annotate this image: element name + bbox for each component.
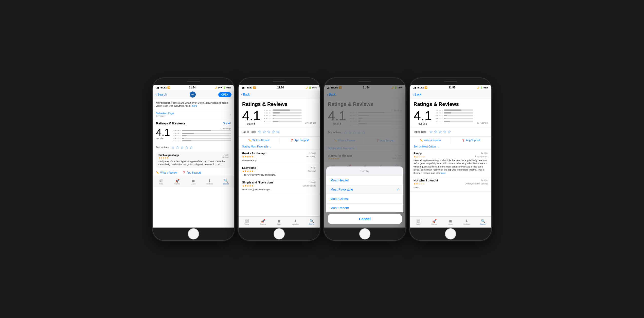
tab-apps-2[interactable]: ◼ Apps [271, 219, 287, 225]
star-4-2[interactable]: ☆ [272, 129, 275, 134]
star-2-2[interactable]: ☆ [262, 129, 266, 134]
review-item-2-2: Simple and Nicely done 1y ago ★★★★★ Soha… [239, 179, 320, 194]
phone-top-bar-1 [153, 78, 234, 85]
tab-search-2[interactable]: 🔍 Search [303, 219, 320, 225]
tab-search-1[interactable]: 🔍 Search [218, 179, 234, 185]
status-bar-2: TELE2 📶 21:54 🌙 🔋 96% [239, 85, 320, 90]
tab-games-2[interactable]: 🚀 Games [255, 219, 271, 225]
home-button-4[interactable] [445, 228, 456, 239]
support-icon-2: ❓ [290, 139, 293, 142]
tap-label-1: Tap to Rate: [156, 146, 170, 149]
sort-most-recent-3[interactable]: Most Recent [326, 203, 403, 212]
sort-label-4: Sort by Most Critical [414, 145, 436, 148]
write-icon-1: ✏️ [156, 171, 159, 174]
see-all-btn-1[interactable]: See All [223, 122, 231, 125]
phone-screen-2: TELE2 📶 21:54 🌙 🔋 96% ‹ Back Ratings & R… [239, 85, 320, 228]
back-btn-2[interactable]: ‹ Back [241, 92, 250, 97]
sort-helpful-label-3: Most Helpful [330, 178, 349, 182]
sort-modal-3[interactable]: Sort by Most Helpful Most Favorable ✓ Mo… [324, 85, 405, 228]
tab-games-1[interactable]: 🚀 Games [169, 179, 185, 185]
location-icon-1: ◎ [218, 86, 220, 89]
sort-btn-2[interactable]: Sort by Most Favorable ⌄ [242, 145, 316, 148]
modal-bg-dismiss-3[interactable] [324, 85, 405, 166]
write-review-action-4: ✏️ Write a Review ❓ App Support [410, 137, 491, 144]
app-support-btn-4[interactable]: ❓ App Support [451, 137, 491, 144]
review-body-1: Easily one of the best apps for Apple-re… [158, 160, 228, 166]
phone-home-area-2 [239, 228, 320, 240]
tab-today-2[interactable]: 📰 Today [239, 219, 255, 225]
rating-score-area-1: 4.1 out of 5 [156, 127, 170, 140]
star-5-2[interactable]: ☆ [276, 129, 280, 134]
tap-to-rate-1: Tap to Rate: ☆ ☆ ☆ ☆ ☆ [153, 144, 234, 151]
bar-row-1-1: ★☆☆☆☆ [173, 140, 231, 142]
stars-full-4[interactable]: ☆ ☆ ☆ ☆ ☆ [429, 129, 451, 134]
star-1-2[interactable]: ☆ [258, 129, 261, 134]
back-search-label: Search [157, 93, 167, 96]
sort-most-favorable-3[interactable]: Most Favorable ✓ [326, 185, 403, 194]
back-btn-4[interactable]: ‹ Back [413, 92, 421, 97]
full-ratings-count-2: 27 Ratings [305, 122, 316, 125]
signal-icon-2 [242, 87, 244, 89]
review-header-1: Such a great app ★★★★★ Jun 8 Melvco [158, 154, 228, 159]
write-review-btn-2[interactable]: ✏️ Write a Review [239, 137, 279, 144]
star-3-2[interactable]: ☆ [267, 129, 271, 134]
checkmark-icon-3: ✓ [396, 188, 399, 192]
tab-apps-4[interactable]: ◼ Apps [442, 219, 459, 225]
star-5-1[interactable]: ☆ [189, 145, 193, 150]
apps-icon-1: ◼ [192, 179, 195, 182]
home-button-2[interactable] [274, 228, 285, 239]
star-1-1[interactable]: ☆ [171, 145, 175, 150]
home-button-1[interactable] [188, 228, 199, 239]
open-btn[interactable]: OPEN [218, 92, 231, 97]
tab-today-1[interactable]: 📰 Today [153, 179, 169, 185]
phone-home-area-1 [153, 228, 234, 240]
wifi-icon-4: 📶 [424, 86, 427, 89]
tab-updates-1[interactable]: ⬇ Updates [202, 179, 218, 185]
sort-bar-4: Sort by Most Critical ⌄ [410, 144, 491, 150]
more-btn-1[interactable]: more [192, 105, 197, 107]
tab-updates-4[interactable]: ⬇ Updates [459, 219, 475, 225]
developer-name-1: Sebastien Page [156, 112, 174, 115]
nav-bar-4: ‹ Back [410, 90, 491, 99]
developer-label-1: Developer [156, 115, 174, 117]
stars-full-2[interactable]: ☆ ☆ ☆ ☆ ☆ [258, 129, 280, 134]
sort-most-helpful-3[interactable]: Most Helpful [326, 176, 403, 185]
tab-bar-2: 📰 Today 🚀 Games ◼ Apps ⬇ Updates 🔍 [239, 216, 320, 228]
developer-section-1[interactable]: Sebastien Page Developer › [153, 110, 234, 119]
home-button-3[interactable] [359, 228, 370, 239]
page-title-2: Ratings & Reviews [239, 99, 320, 108]
app-support-btn-2[interactable]: ❓ App Support [279, 137, 320, 144]
carrier-4: TELE2 [417, 86, 424, 89]
tab-games-4[interactable]: 🚀 Games [426, 219, 442, 225]
avatar-1: iDB [190, 91, 196, 98]
tab-updates-2[interactable]: ⬇ Updates [287, 219, 303, 225]
chevron-down-icon-2: ⌄ [269, 145, 271, 148]
star-3-1[interactable]: ☆ [180, 145, 184, 150]
bar-row-2-1: ★★☆☆☆ [173, 137, 231, 139]
sort-sheet-title-3: Sort by [326, 166, 403, 176]
rating-summary-1: 4.1 out of 5 27 Ratings ★★★★★ ★★★★☆ ★★★☆… [153, 126, 234, 144]
support-icon-1: ❓ [182, 171, 185, 174]
app-support-btn-1[interactable]: ❓ App Support [182, 171, 201, 174]
battery-icon-1: 🔋 [223, 86, 226, 89]
tab-search-label-1: Search [223, 183, 229, 185]
write-review-btn-4[interactable]: ✏️ Write a Review [410, 137, 451, 144]
tab-today-4[interactable]: 📰 Today [410, 219, 426, 225]
star-4-1[interactable]: ☆ [185, 145, 188, 150]
star-2-1[interactable]: ☆ [176, 145, 179, 150]
back-search-btn[interactable]: ‹ Search [155, 92, 167, 97]
sort-most-critical-3[interactable]: Most Critical [326, 194, 403, 203]
phone-home-area-3 [324, 228, 405, 240]
stars-row-1[interactable]: ☆ ☆ ☆ ☆ ☆ [171, 145, 193, 150]
write-review-btn-1[interactable]: ✏️ Write a Review [156, 171, 177, 174]
tab-apps-1[interactable]: ◼ Apps [185, 179, 202, 185]
more-btn-4[interactable]: more [441, 172, 446, 174]
tab-today-label-1: Today [159, 183, 164, 185]
tab-search-4[interactable]: 🔍 Search [475, 219, 491, 225]
sort-cancel-btn-3[interactable]: Cancel [328, 214, 402, 224]
page-title-4: Ratings & Reviews [410, 99, 491, 108]
battery-pct-2: 96% [312, 86, 317, 89]
sort-btn-4[interactable]: Sort by Most Critical ⌄ [414, 145, 488, 148]
total-ratings-1: 27 Ratings [173, 127, 231, 130]
wifi-icon-2: 📶 [253, 86, 256, 89]
